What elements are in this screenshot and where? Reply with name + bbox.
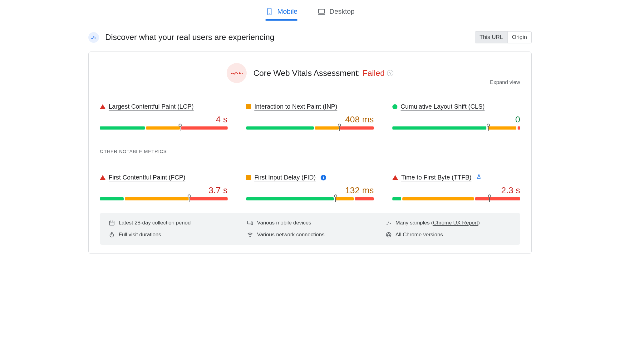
metric-cls-name[interactable]: Cumulative Layout Shift (CLS) <box>401 103 485 110</box>
svg-point-8 <box>242 73 243 74</box>
triangle-icon <box>392 175 398 180</box>
svg-point-17 <box>390 223 391 224</box>
info-icon[interactable]: i <box>321 175 326 180</box>
desktop-icon <box>317 7 326 16</box>
toggle-this-url[interactable]: This URL <box>475 32 507 43</box>
wifi-icon <box>247 232 253 238</box>
tab-mobile[interactable]: Mobile <box>263 4 300 21</box>
svg-rect-2 <box>318 9 325 13</box>
svg-point-4 <box>91 37 93 39</box>
assessment-status: Failed <box>362 68 385 78</box>
chrome-icon <box>386 232 392 238</box>
metric-inp-value: 408 ms <box>246 115 374 125</box>
metric-ttfb: Time to First Byte (TTFB) 2.3 s <box>392 174 520 200</box>
calendar-icon <box>109 220 115 226</box>
metric-ttfb-name[interactable]: Time to First Byte (TTFB) <box>401 174 471 181</box>
marker-icon <box>487 124 490 127</box>
metric-ttfb-value: 2.3 s <box>392 185 520 195</box>
svg-point-5 <box>93 36 95 37</box>
svg-point-16 <box>388 222 389 223</box>
marker-icon <box>338 124 341 127</box>
info-network: Various network connections <box>247 232 373 238</box>
stopwatch-icon <box>109 232 115 238</box>
svg-point-6 <box>95 37 96 39</box>
toggle-origin[interactable]: Origin <box>507 32 531 43</box>
svg-marker-7 <box>239 72 241 74</box>
metric-fid-value: 132 ms <box>246 185 374 195</box>
device-tabs: Mobile Desktop <box>88 0 532 21</box>
mobile-icon <box>265 7 273 16</box>
square-icon <box>246 104 251 109</box>
marker-icon <box>188 194 191 198</box>
metric-lcp-value: 4 s <box>100 115 228 125</box>
help-icon[interactable]: ? <box>387 70 393 76</box>
metric-cls-value: 0 <box>392 115 520 125</box>
info-durations: Full visit durations <box>109 232 234 238</box>
tab-desktop-label: Desktop <box>329 7 355 16</box>
assessment-row: Core Web Vitals Assessment: Failed ? <box>100 63 520 83</box>
marker-icon <box>488 194 491 198</box>
metric-fcp: First Contentful Paint (FCP) 3.7 s <box>100 174 228 200</box>
assessment-label: Core Web Vitals Assessment: <box>253 68 360 78</box>
square-icon <box>246 175 251 180</box>
metric-fcp-value: 3.7 s <box>100 185 228 195</box>
field-data-icon <box>88 32 99 43</box>
other-metrics-heading: OTHER NOTABLE METRICS <box>100 149 520 154</box>
section-title: Discover what your real users are experi… <box>105 32 469 42</box>
divider <box>100 141 520 141</box>
metric-inp: Interaction to Next Paint (INP) 408 ms <box>246 103 374 130</box>
metric-fid-name[interactable]: First Input Delay (FID) <box>254 174 316 181</box>
assessment-status-icon <box>227 63 247 83</box>
svg-point-21 <box>250 236 251 237</box>
tab-desktop[interactable]: Desktop <box>315 4 357 21</box>
expand-view-link[interactable]: Expand view <box>490 79 520 86</box>
metric-fid: First Input Delay (FID) i 132 ms <box>246 174 374 200</box>
crux-report-link[interactable]: Chrome UX Report <box>433 220 478 226</box>
metric-inp-bar <box>246 126 374 130</box>
metric-fcp-name[interactable]: First Contentful Paint (FCP) <box>109 174 185 181</box>
metric-cls: Cumulative Layout Shift (CLS) 0 <box>392 103 520 130</box>
section-header: Discover what your real users are experi… <box>88 31 532 43</box>
metric-inp-name[interactable]: Interaction to Next Paint (INP) <box>254 103 337 110</box>
core-metrics-grid: Largest Contentful Paint (LCP) 4 s Inter… <box>100 103 520 130</box>
metric-ttfb-bar <box>392 197 520 200</box>
circle-icon <box>392 104 397 109</box>
assessment-text: Core Web Vitals Assessment: Failed ? <box>253 68 393 78</box>
data-info-panel: Latest 28-day collection period Various … <box>100 213 520 245</box>
metric-fid-bar <box>246 197 374 200</box>
metric-cls-bar <box>392 126 520 130</box>
flask-icon[interactable] <box>476 174 481 181</box>
scatter-icon <box>386 220 392 226</box>
other-metrics-grid: First Contentful Paint (FCP) 3.7 s First… <box>100 174 520 200</box>
svg-rect-13 <box>248 221 251 224</box>
metric-fcp-bar <box>100 197 228 200</box>
info-devices: Various mobile devices <box>247 220 373 226</box>
metric-lcp-name[interactable]: Largest Contentful Paint (LCP) <box>109 103 194 110</box>
metric-lcp: Largest Contentful Paint (LCP) 4 s <box>100 103 228 130</box>
svg-point-15 <box>386 224 387 225</box>
triangle-icon <box>100 175 106 180</box>
triangle-icon <box>100 104 106 109</box>
tab-mobile-label: Mobile <box>277 7 298 16</box>
metric-lcp-bar <box>100 126 228 130</box>
devices-icon <box>247 220 253 226</box>
svg-rect-9 <box>110 221 114 225</box>
field-data-card: Core Web Vitals Assessment: Failed ? Exp… <box>88 52 532 254</box>
info-collection-period: Latest 28-day collection period <box>109 220 234 226</box>
marker-icon <box>334 194 337 198</box>
svg-line-26 <box>386 235 388 236</box>
info-samples: Many samples (Chrome UX Report) <box>386 220 511 226</box>
info-versions: All Chrome versions <box>386 232 511 238</box>
scope-toggle: This URL Origin <box>475 31 532 43</box>
svg-line-25 <box>389 235 391 236</box>
svg-rect-14 <box>251 222 253 225</box>
